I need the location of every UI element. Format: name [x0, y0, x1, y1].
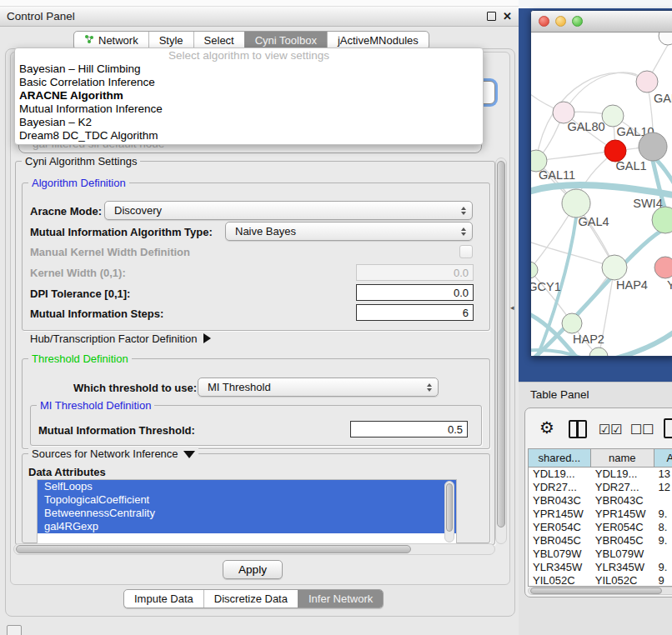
dpi-tolerance-field[interactable]: 0.0 [356, 284, 474, 301]
table-row[interactable]: YBR043CYBR043C [529, 494, 672, 508]
algorithm-option[interactable]: Mutual Information Inference [15, 102, 483, 116]
settings-vscrollbar[interactable] [495, 158, 507, 544]
table-row[interactable]: YER054CYER054C8. [529, 521, 672, 534]
table-cell: 8. [654, 521, 672, 534]
network-node-gcy1[interactable] [531, 262, 538, 278]
table-row[interactable]: YPR145WYPR145W9. [529, 508, 672, 521]
close-window-icon[interactable] [539, 16, 549, 27]
data-attribute-item[interactable]: BetweennessCentrality [38, 507, 456, 520]
algorithm-option[interactable]: ARACNE Algorithm [15, 89, 483, 102]
table-row[interactable]: YLR345WYLR345W9. [529, 561, 672, 574]
table-hscrollbar[interactable] [528, 587, 672, 595]
table-cell: YBR045C [591, 534, 654, 548]
algorithm-option[interactable]: Bayesian – K2 [15, 116, 483, 129]
mi-steps-field[interactable]: 6 [356, 304, 474, 321]
zoom-window-icon[interactable] [572, 16, 583, 27]
table-row[interactable]: YDL19...YDL19...13 [529, 468, 672, 481]
mi-threshold-field[interactable]: 0.5 [350, 421, 468, 438]
network-node[interactable] [659, 32, 672, 45]
network-node-hap4[interactable] [602, 255, 627, 280]
which-threshold-label: Which threshold to use: [73, 382, 197, 394]
tab-select[interactable]: Select [193, 32, 244, 49]
algorithm-option[interactable]: Dream8 DC_TDC Algorithm [15, 129, 483, 142]
table-row[interactable]: YDR27...YDR27...12 [529, 481, 672, 494]
table-cell: YDL19... [591, 468, 654, 481]
tab-cyni-toolbox[interactable]: Cyni Toolbox [244, 32, 327, 49]
network-node-hap2[interactable] [562, 313, 582, 333]
table-cell: 9. [654, 534, 672, 548]
network-node-label: GAL4 [578, 215, 609, 228]
tab-label: Select [204, 34, 234, 47]
network-node-label: Y [667, 278, 672, 292]
algorithm-option[interactable]: Basic Correlation Inference [15, 76, 483, 89]
attributes-scrollbar[interactable] [444, 481, 454, 542]
network-node-label: GAL1 [615, 159, 646, 172]
apply-button[interactable]: Apply [223, 560, 283, 579]
table-row[interactable]: YIL052CYIL052C9 [529, 574, 672, 587]
sources-title[interactable]: Sources for Network Inference [28, 448, 198, 460]
table-cell: 13 [654, 468, 672, 481]
table-panel-title: Table Panel [530, 388, 589, 401]
sources-title-text: Sources for Network Inference [32, 448, 178, 460]
select-all-icon[interactable]: ☑☑ [599, 421, 623, 439]
column-header-shared-[interactable]: shared... [529, 449, 591, 467]
tab-infer-network[interactable]: Infer Network [298, 590, 383, 608]
column-header-name[interactable]: name [591, 449, 654, 467]
float-panel-icon[interactable] [487, 12, 496, 21]
split-pane-collapse-icon[interactable]: ◂ [510, 303, 514, 312]
table-cell: YBR045C [529, 534, 591, 548]
which-threshold-combo[interactable]: MI Threshold [198, 378, 439, 397]
table-panel-body: ⚙ ☑☑ ☐☐ shared...nameA YDL19...YDL19...1… [524, 408, 672, 598]
column-browser-icon[interactable] [569, 420, 587, 438]
data-attribute-item[interactable]: gal4RGexp [38, 520, 456, 533]
hub-definition-expander[interactable]: Hub/Transcription Factor Definition [30, 332, 211, 345]
tab-network[interactable]: Network [74, 32, 148, 49]
network-node-y[interactable] [654, 257, 672, 278]
network-canvas[interactable]: GALGAL80GAL10GAL1GAL11SWI4GAL4GCY1HAP4YH… [531, 32, 672, 356]
minimize-window-icon[interactable] [555, 16, 566, 27]
algorithm-option[interactable]: Bayesian – Hill Climbing [15, 62, 483, 76]
close-panel-icon[interactable]: ✕ [503, 11, 512, 22]
aracne-mode-combo[interactable]: Discovery [104, 201, 473, 220]
tab-style[interactable]: Style [148, 32, 193, 49]
data-attribute-item[interactable]: TopologicalCoefficient [38, 493, 456, 507]
table-cell: 9 [654, 574, 672, 587]
table-row[interactable]: YBR045CYBR045C9. [529, 534, 672, 548]
export-table-icon[interactable] [664, 418, 672, 438]
deselect-all-icon[interactable]: ☐☐ [630, 421, 654, 439]
network-node-label: GAL80 [567, 120, 604, 133]
panel-corner-icon[interactable] [7, 625, 22, 635]
network-node-swi4[interactable] [652, 207, 672, 233]
kernel-width-field[interactable]: 0.0 [356, 264, 474, 281]
gear-icon[interactable]: ⚙ [539, 418, 554, 437]
desktop-top-strip [519, 0, 672, 8]
mi-type-combo[interactable]: Naive Bayes [225, 222, 473, 241]
table-cell: YIL052C [591, 574, 654, 587]
aracne-mode-label: Aracne Mode: [30, 205, 102, 218]
node-attribute-table: shared...nameA YDL19...YDL19...13YDR27..… [528, 448, 672, 587]
network-node-label: GCY1 [531, 280, 561, 293]
table-cell: 9. [654, 508, 672, 521]
settings-hscrollbar[interactable] [13, 543, 495, 555]
manual-kernel-checkbox[interactable] [459, 245, 473, 258]
tab-discretize-data[interactable]: Discretize Data [203, 590, 298, 608]
tab-jactivemnodules[interactable]: jActiveMNodules [327, 32, 429, 49]
network-node-gal4[interactable] [562, 189, 590, 218]
table-cell: YER054C [591, 521, 654, 534]
expand-right-icon[interactable] [203, 333, 211, 343]
table-row[interactable]: YBL079WYBL079W [529, 548, 672, 561]
threshold-definition-title: Threshold Definition [28, 352, 132, 365]
collapse-down-icon[interactable] [183, 451, 195, 458]
column-header-a[interactable]: A [654, 449, 672, 467]
network-node-gal[interactable] [636, 71, 658, 92]
network-edge [536, 151, 615, 161]
network-window-titlebar[interactable] [531, 11, 672, 32]
algorithm-definition-title: Algorithm Definition [28, 177, 129, 189]
network-node-label: SWI4 [633, 197, 662, 210]
network-node[interactable] [639, 132, 667, 161]
table-cell: YDL19... [529, 468, 591, 481]
algorithm-popup-prompt: Select algorithm to view settings [15, 48, 483, 62]
network-node-gal10[interactable] [602, 105, 624, 127]
tab-impute-data[interactable]: Impute Data [124, 590, 203, 608]
data-attribute-item[interactable]: SelfLoops [38, 480, 456, 493]
